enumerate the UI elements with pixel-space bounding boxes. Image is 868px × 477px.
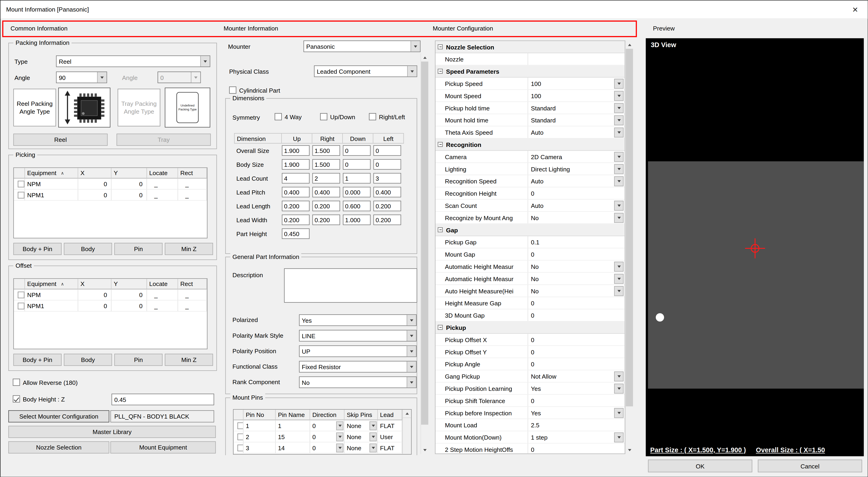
field-combo[interactable]: Fixed Resistor bbox=[299, 361, 417, 372]
angle-combo[interactable]: 90 bbox=[56, 72, 107, 83]
dimension-input[interactable] bbox=[282, 173, 310, 184]
dimension-input[interactable] bbox=[373, 159, 401, 170]
nozzle-selection-button[interactable]: Nozzle Selection bbox=[8, 441, 109, 453]
grid-item[interactable]: Recognition SpeedAuto bbox=[435, 175, 625, 188]
collapse-minus-icon[interactable] bbox=[438, 44, 443, 49]
dimension-input[interactable] bbox=[312, 214, 340, 225]
dimension-input[interactable] bbox=[312, 145, 340, 156]
direction-cell[interactable]: 0 bbox=[310, 420, 345, 431]
dropdown-arrow-icon[interactable] bbox=[97, 72, 106, 83]
dropdown-button[interactable] bbox=[614, 151, 624, 162]
column-header[interactable]: Pin Name bbox=[276, 410, 310, 420]
dimension-input[interactable] bbox=[312, 187, 340, 198]
mounter-info-scrollbar[interactable] bbox=[421, 53, 428, 454]
collapse-minus-icon[interactable] bbox=[438, 325, 443, 330]
row-checkbox[interactable] bbox=[238, 444, 243, 451]
cancel-button[interactable]: Cancel bbox=[758, 460, 862, 472]
dropdown-arrow-icon[interactable] bbox=[369, 443, 377, 452]
grid-item[interactable]: Pickup Offset X0 bbox=[435, 334, 625, 346]
picking-pin-button[interactable]: Pin bbox=[114, 243, 162, 255]
collapse-minus-icon[interactable] bbox=[438, 69, 443, 74]
dropdown-arrow-icon[interactable] bbox=[336, 443, 343, 452]
dropdown-button[interactable] bbox=[614, 176, 624, 186]
column-header[interactable]: X bbox=[78, 168, 112, 178]
preview-3d-view[interactable]: 3D View Part Size : ( X=1.500, Y=1.900 )… bbox=[646, 38, 864, 456]
scroll-down-icon[interactable] bbox=[626, 446, 633, 454]
pin-row[interactable]: 2150NoneUser bbox=[234, 431, 403, 442]
offset-body-button[interactable]: Body bbox=[64, 354, 112, 366]
grid-item[interactable]: Mount Load2.5 bbox=[435, 419, 625, 431]
body-height-input[interactable] bbox=[112, 394, 214, 405]
scrollbar-thumb[interactable] bbox=[421, 62, 428, 424]
dropdown-button[interactable] bbox=[614, 103, 624, 113]
column-header[interactable] bbox=[14, 168, 25, 178]
grid-item[interactable]: Gang PickupNot Allow bbox=[435, 370, 625, 382]
dimension-input[interactable] bbox=[343, 159, 371, 170]
dimension-input[interactable] bbox=[282, 159, 310, 170]
grid-item[interactable]: Pickup Position LearningYes bbox=[435, 382, 625, 395]
grid-item[interactable]: Auto Height Measure(HeiNo bbox=[435, 285, 625, 297]
column-header[interactable]: Y bbox=[112, 168, 147, 178]
picking-body-pin-button[interactable]: Body + Pin bbox=[13, 243, 62, 255]
dimension-input[interactable] bbox=[343, 214, 371, 225]
dimension-input[interactable] bbox=[312, 201, 340, 211]
column-header[interactable]: X bbox=[78, 279, 112, 289]
table-row[interactable]: NPM100__ bbox=[14, 301, 207, 312]
dimension-input[interactable] bbox=[282, 201, 310, 211]
dropdown-button[interactable] bbox=[614, 78, 624, 89]
direction-cell[interactable]: 0 bbox=[310, 431, 345, 442]
grid-item[interactable]: Automatic Height MeasurNo bbox=[435, 273, 625, 285]
dropdown-arrow-icon[interactable] bbox=[336, 432, 343, 441]
dropdown-button[interactable] bbox=[614, 201, 624, 210]
column-header[interactable]: Equipment∧ bbox=[25, 279, 78, 289]
grid-item[interactable]: Theta Axis SpeedAuto bbox=[435, 126, 625, 139]
grid-item[interactable]: LightingDirect Lighting bbox=[435, 163, 625, 175]
skip-pins-cell[interactable]: None bbox=[344, 420, 378, 431]
mount-equipment-button[interactable]: Mount Equipment bbox=[111, 441, 216, 453]
dropdown-arrow-icon[interactable] bbox=[407, 346, 416, 356]
grid-item[interactable]: Mount Gap0 bbox=[435, 248, 625, 261]
grid-group-header[interactable]: Speed Parameters bbox=[435, 65, 625, 78]
grid-item[interactable]: Pickup Offset Y0 bbox=[435, 346, 625, 358]
field-combo[interactable]: No bbox=[299, 377, 417, 388]
dropdown-arrow-icon[interactable] bbox=[407, 330, 416, 341]
dropdown-button[interactable] bbox=[614, 273, 624, 283]
grid-item[interactable]: 2 Step Motion HeightOffs0 bbox=[435, 444, 625, 454]
direction-cell[interactable]: 0 bbox=[310, 442, 345, 453]
column-header[interactable]: Direction bbox=[310, 410, 345, 420]
skip-pins-cell[interactable]: None bbox=[344, 431, 378, 442]
dimension-input[interactable] bbox=[282, 214, 310, 225]
grid-item[interactable]: Nozzle bbox=[435, 53, 625, 65]
dropdown-button[interactable] bbox=[614, 91, 624, 100]
config-scrollbar[interactable] bbox=[625, 40, 633, 454]
picking-minz-button[interactable]: Min Z bbox=[165, 243, 213, 255]
allow-reverse-checkbox[interactable]: Allow Reverse (180) bbox=[13, 379, 78, 386]
symmetry-updown-checkbox[interactable]: Up/Down bbox=[320, 113, 355, 121]
column-header[interactable]: Lead bbox=[378, 410, 402, 420]
symmetry-4way-checkbox[interactable]: 4 Way bbox=[275, 113, 302, 121]
offset-minz-button[interactable]: Min Z bbox=[165, 354, 213, 366]
grid-group-header[interactable]: Gap bbox=[435, 224, 625, 236]
pin-row[interactable]: 3140NoneFLAT bbox=[234, 442, 403, 453]
dimension-input[interactable] bbox=[343, 173, 371, 184]
column-header[interactable]: Pin No bbox=[244, 410, 276, 420]
scrollbar-thumb[interactable] bbox=[626, 49, 633, 406]
row-checkbox[interactable] bbox=[238, 422, 243, 429]
dropdown-arrow-icon[interactable] bbox=[407, 315, 416, 326]
grid-group-header[interactable]: Pickup bbox=[435, 321, 625, 334]
row-checkbox[interactable] bbox=[238, 433, 243, 440]
grid-item[interactable]: Pickup before InspectionYes bbox=[435, 407, 625, 419]
dimension-input[interactable] bbox=[282, 187, 310, 198]
column-header[interactable] bbox=[14, 279, 25, 289]
skip-pins-cell[interactable]: None bbox=[344, 442, 378, 453]
column-header[interactable]: Locate bbox=[147, 168, 178, 178]
dimension-input[interactable] bbox=[343, 201, 371, 211]
grid-item[interactable]: 3D Mount Gap0 bbox=[435, 309, 625, 321]
checkbox-icon[interactable] bbox=[369, 113, 376, 121]
dropdown-arrow-icon[interactable] bbox=[407, 66, 417, 77]
dropdown-button[interactable] bbox=[614, 286, 624, 296]
dropdown-arrow-icon[interactable] bbox=[407, 362, 416, 372]
dropdown-button[interactable] bbox=[614, 115, 624, 125]
dropdown-button[interactable] bbox=[614, 408, 624, 418]
column-header[interactable]: Rect bbox=[178, 168, 207, 178]
